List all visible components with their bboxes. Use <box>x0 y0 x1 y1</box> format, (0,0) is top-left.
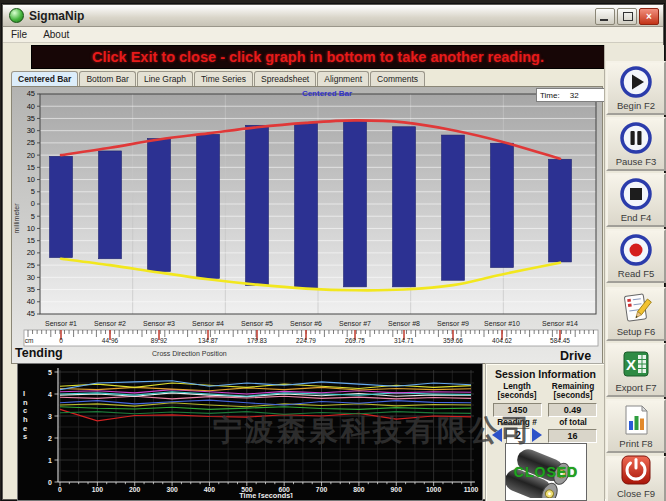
svg-text:Sensor #4: Sensor #4 <box>192 320 224 327</box>
banner-text: Click Exit to close - click graph in bot… <box>92 49 544 65</box>
svg-text:400: 400 <box>204 486 216 493</box>
reading-next-arrow[interactable] <box>532 428 542 442</box>
window-title: SigmaNip <box>29 9 84 23</box>
svg-text:40: 40 <box>27 297 35 306</box>
message-banner: Click Exit to close - click graph in bot… <box>31 45 605 69</box>
setup-button-label: Setup F6 <box>617 326 656 339</box>
begin-button[interactable]: Begin F2 <box>606 61 666 115</box>
chart-title: Centered Bar <box>242 89 412 98</box>
length-value: 1450 <box>493 403 542 417</box>
svg-text:45: 45 <box>27 309 35 318</box>
minimize-icon <box>600 19 608 21</box>
app-window: SigmaNip × File About Click Exit to clos… <box>2 4 664 500</box>
svg-text:0: 0 <box>31 199 35 208</box>
svg-text:584.45: 584.45 <box>550 337 570 344</box>
notepad-icon <box>618 289 654 326</box>
svg-text:224.79: 224.79 <box>296 337 316 344</box>
tab-bottom-bar[interactable]: Bottom Bar <box>79 71 136 86</box>
svg-text:cm: cm <box>25 337 34 344</box>
record-icon <box>618 231 654 268</box>
screenshot-stage: SigmaNip × File About Click Exit to clos… <box>0 0 666 501</box>
svg-text:1100: 1100 <box>464 486 479 493</box>
reading-label: Reading # <box>489 418 545 427</box>
svg-text:20: 20 <box>27 151 35 160</box>
svg-text:45: 45 <box>27 89 35 98</box>
svg-text:10: 10 <box>27 224 35 233</box>
total-label: of total <box>545 418 601 427</box>
tab-spreadsheet[interactable]: Spreadsheet <box>254 71 316 86</box>
svg-text:15: 15 <box>27 236 35 245</box>
reading-value: 2 <box>506 428 530 444</box>
restore-icon <box>623 12 633 21</box>
total-value: 16 <box>548 429 597 443</box>
tab-alignment[interactable]: Alignment <box>317 71 369 86</box>
time-readout: Time: 32 <box>536 88 606 102</box>
svg-text:25: 25 <box>27 261 35 270</box>
trend-chart[interactable]: 0100200300400500600700800900100011000123… <box>18 364 480 498</box>
svg-text:300: 300 <box>166 486 178 493</box>
trend-chart-panel[interactable]: 0100200300400500600700800900100011000123… <box>17 363 483 501</box>
svg-text:10: 10 <box>27 175 35 184</box>
tab-time-series[interactable]: Time Series <box>194 71 253 86</box>
svg-text:Sensor #7: Sensor #7 <box>339 320 371 327</box>
tab-centered-bar[interactable]: Centered Bar <box>11 71 78 86</box>
remaining-value: 0.49 <box>548 403 597 417</box>
svg-text:179.83: 179.83 <box>247 337 267 344</box>
session-title: Session Information <box>487 368 604 380</box>
svg-text:0: 0 <box>58 486 62 493</box>
minimize-button[interactable] <box>595 8 615 25</box>
app-icon <box>9 8 24 23</box>
svg-text:Sensor #10: Sensor #10 <box>484 320 520 327</box>
svg-text:134.87: 134.87 <box>198 337 218 344</box>
svg-text:Sensor #6: Sensor #6 <box>290 320 322 327</box>
length-label: Length[seconds] <box>489 382 545 401</box>
trend-y-axis-label: I n c h e s <box>23 390 28 442</box>
svg-text:0: 0 <box>59 337 63 344</box>
menu-about[interactable]: About <box>35 29 77 40</box>
svg-text:0: 0 <box>48 479 52 486</box>
begin-button-label: Begin F2 <box>617 100 655 113</box>
pause-icon <box>618 119 654 156</box>
centered-bar-chart: 45403530252015105051015202530354045Senso… <box>12 87 600 361</box>
end-button[interactable]: End F4 <box>606 173 666 227</box>
close-button[interactable]: Close F9 <box>606 456 666 501</box>
reading-prev-arrow[interactable] <box>492 428 502 442</box>
close-window-button[interactable]: × <box>639 8 659 25</box>
svg-text:Sensor #2: Sensor #2 <box>94 320 126 327</box>
svg-text:5: 5 <box>48 369 52 376</box>
svg-text:Sensor #9: Sensor #9 <box>437 320 469 327</box>
svg-text:30: 30 <box>27 126 35 135</box>
menu-file[interactable]: File <box>3 29 35 40</box>
print-button-label: Print F8 <box>619 438 652 451</box>
nip-status-image: CLOSED <box>505 443 587 501</box>
svg-text:Sensor #8: Sensor #8 <box>388 320 420 327</box>
read-button-label: Read F5 <box>618 268 654 281</box>
svg-text:89.92: 89.92 <box>151 337 168 344</box>
time-value: 32 <box>570 91 579 100</box>
svg-text:100: 100 <box>92 486 104 493</box>
read-button[interactable]: Read F5 <box>606 229 666 283</box>
export-button-label: Export F7 <box>615 382 656 395</box>
print-button[interactable]: Print F8 <box>606 399 666 453</box>
setup-button[interactable]: Setup F6 <box>606 287 666 341</box>
restore-button[interactable] <box>617 8 637 25</box>
svg-text:20: 20 <box>27 248 35 257</box>
session-info-panel: Session Information Length[seconds] Rema… <box>485 363 606 501</box>
svg-text:1: 1 <box>48 457 52 464</box>
svg-text:359.66: 359.66 <box>443 337 463 344</box>
svg-text:35: 35 <box>27 285 35 294</box>
svg-text:900: 900 <box>391 486 403 493</box>
svg-text:800: 800 <box>353 486 365 493</box>
svg-text:Time [seconds]: Time [seconds] <box>239 491 293 498</box>
svg-text:35: 35 <box>27 114 35 123</box>
nip-status-text: CLOSED <box>506 464 586 480</box>
pause-button-label: Pause F3 <box>616 156 657 169</box>
tab-comments[interactable]: Comments <box>370 71 425 86</box>
export-button[interactable]: XExport F7 <box>606 343 666 397</box>
tab-line-graph[interactable]: Line Graph <box>137 71 193 86</box>
tending-side-label: Tending <box>15 346 63 360</box>
time-label: Time: <box>540 91 560 100</box>
remaining-label: Remaining[seconds] <box>545 382 601 401</box>
pause-button[interactable]: Pause F3 <box>606 117 666 171</box>
centered-bar-chart-panel: 45403530252015105051015202530354045Senso… <box>11 86 603 364</box>
